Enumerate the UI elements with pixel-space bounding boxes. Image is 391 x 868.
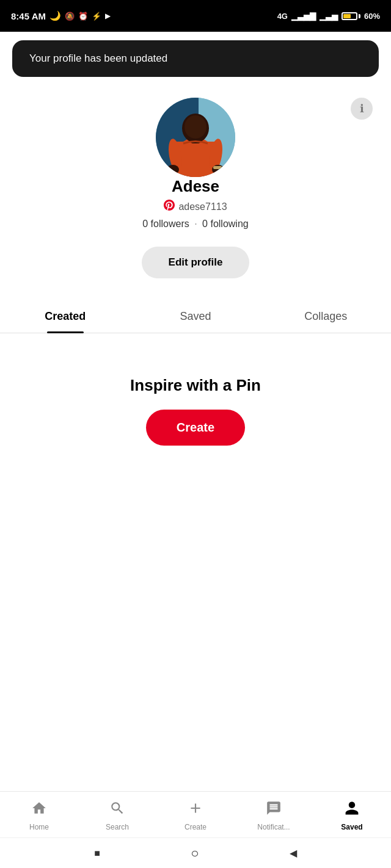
tab-saved[interactable]: Saved [130, 300, 260, 333]
android-recents-button[interactable]: ■ [94, 848, 100, 859]
notification-badge[interactable]: ℹ [351, 98, 373, 120]
nav-home-label: Home [29, 823, 49, 831]
status-right: 4G ▁▃▅▇ ▁▃▅ 60% [277, 12, 380, 21]
plus-icon [188, 800, 203, 820]
status-left: 8:45 AM 🌙 🔕 ⏰ ⚡ ▶ [11, 10, 110, 21]
tab-created[interactable]: Created [0, 300, 130, 333]
nav-item-create[interactable]: Create [156, 800, 235, 831]
nav-search-label: Search [106, 823, 129, 831]
followers-count: 0 followers [142, 219, 189, 229]
nav-item-notifications[interactable]: Notificat... [235, 800, 313, 831]
battery-percent: 60% [364, 12, 380, 21]
nav-item-saved[interactable]: Saved [313, 800, 391, 831]
profile-stats: 0 followers · 0 following [142, 219, 248, 230]
tab-collages[interactable]: Collages [261, 300, 391, 333]
svg-point-7 [185, 115, 206, 139]
profile-handle: adese7113 [178, 201, 227, 212]
moon-icon: 🌙 [49, 10, 61, 21]
nav-item-home[interactable]: Home [0, 800, 78, 831]
search-icon [109, 800, 125, 820]
edit-profile-button[interactable]: Edit profile [142, 247, 250, 278]
network-label: 4G [277, 12, 288, 21]
profile-updated-toast: Your profile has been updated [12, 40, 379, 77]
stats-separator: · [194, 219, 197, 229]
avatar [156, 98, 235, 177]
profile-icon [344, 800, 360, 820]
signal-bars-icon: ▁▃▅▇ [291, 12, 316, 21]
info-icon: ℹ [360, 102, 364, 115]
wifi-signal-icon: ▁▃▅ [320, 12, 338, 21]
android-home-button[interactable]: ○ [191, 845, 199, 861]
nav-item-search[interactable]: Search [78, 800, 156, 831]
notifications-icon [266, 800, 282, 820]
home-icon [31, 800, 47, 820]
svg-rect-12 [213, 166, 222, 169]
mute-icon: 🔕 [65, 12, 75, 21]
battery-icon [342, 12, 360, 20]
time-display: 8:45 AM [11, 11, 46, 21]
bottom-nav: Home Search Create Notificat... Saved [0, 791, 391, 837]
profile-section: ℹ [0, 85, 391, 339]
toast-message: Your profile has been updated [29, 52, 167, 64]
nav-notifications-label: Notificat... [257, 823, 290, 831]
bolt-icon: ⚡ [92, 12, 101, 21]
android-back-button[interactable]: ◀ [290, 847, 297, 859]
profile-name: Adese [172, 177, 219, 196]
create-pin-button[interactable]: Create [146, 410, 245, 446]
content-area: Inspire with a Pin Create [0, 339, 391, 523]
status-bar: 8:45 AM 🌙 🔕 ⏰ ⚡ ▶ 4G ▁▃▅▇ ▁▃▅ 60% [0, 0, 391, 32]
nav-saved-label: Saved [341, 823, 362, 831]
play-icon: ▶ [105, 12, 110, 20]
following-count: 0 following [202, 219, 249, 229]
android-nav: ■ ○ ◀ [0, 837, 391, 868]
alarm-icon: ⏰ [78, 12, 88, 21]
svg-point-10 [167, 165, 179, 175]
profile-handle-row: adese7113 [164, 200, 227, 214]
pinterest-logo-icon [164, 200, 175, 214]
tabs-row: Created Saved Collages [0, 300, 391, 333]
nav-create-label: Create [185, 823, 206, 831]
inspire-title: Inspire with a Pin [130, 376, 261, 395]
